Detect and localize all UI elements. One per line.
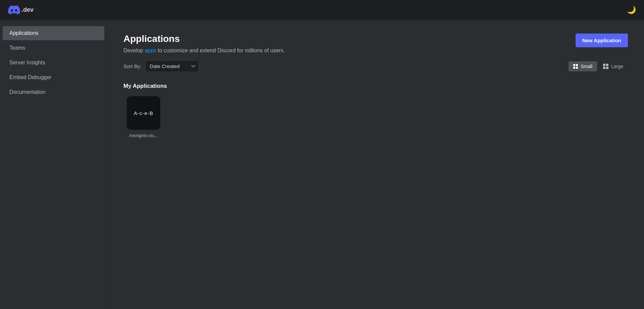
sidebar-item-applications[interactable]: Applications	[3, 26, 104, 40]
sort-label: Sort By:	[123, 63, 141, 69]
logo[interactable]: .dev	[8, 4, 34, 16]
page-description: Develop apps to customize and extend Dis…	[123, 48, 285, 54]
my-applications-section: My Applications A-c-e-B Arknights-clu...	[123, 83, 628, 138]
sort-left: Sort By: Date Created Name	[123, 60, 199, 72]
new-application-button[interactable]: New Application	[576, 34, 628, 47]
sidebar-item-teams[interactable]: Teams	[3, 41, 104, 55]
main-content: Applications Develop apps to customize a…	[107, 20, 644, 309]
sidebar-item-server-insights[interactable]: Server Insights	[3, 56, 104, 70]
applications-grid: A-c-e-B Arknights-clu...	[123, 96, 628, 138]
title-section: Applications Develop apps to customize a…	[123, 34, 285, 54]
view-small-button[interactable]: Small	[569, 61, 597, 71]
page-title: Applications	[123, 34, 285, 44]
view-large-button[interactable]: Large	[598, 61, 628, 71]
small-grid-icon	[573, 64, 578, 69]
app-icon-arknights: A-c-e-B	[127, 96, 160, 130]
logo-text: .dev	[21, 6, 34, 13]
navbar: .dev 🌙	[0, 0, 644, 20]
view-toggle: Small Large	[569, 61, 628, 71]
theme-toggle-icon[interactable]: 🌙	[627, 6, 636, 14]
content-header: Applications Develop apps to customize a…	[123, 34, 628, 54]
sidebar-item-documentation[interactable]: Documentation	[3, 85, 104, 99]
main-layout: Applications Teams Server Insights Embed…	[0, 20, 644, 309]
navbar-right: 🌙	[627, 6, 636, 14]
apps-link[interactable]: apps	[145, 48, 156, 53]
sort-select[interactable]: Date Created Name	[145, 60, 199, 72]
app-card-arknights[interactable]: A-c-e-B Arknights-clu...	[123, 96, 164, 138]
large-grid-icon	[603, 64, 608, 69]
sidebar-item-embed-debugger[interactable]: Embed Debugger	[3, 70, 104, 84]
app-name-arknights: Arknights-clu...	[129, 133, 158, 138]
discord-logo-icon	[8, 4, 20, 16]
sort-row: Sort By: Date Created Name Small	[123, 60, 628, 72]
my-applications-title: My Applications	[123, 83, 628, 89]
sidebar: Applications Teams Server Insights Embed…	[0, 20, 107, 309]
